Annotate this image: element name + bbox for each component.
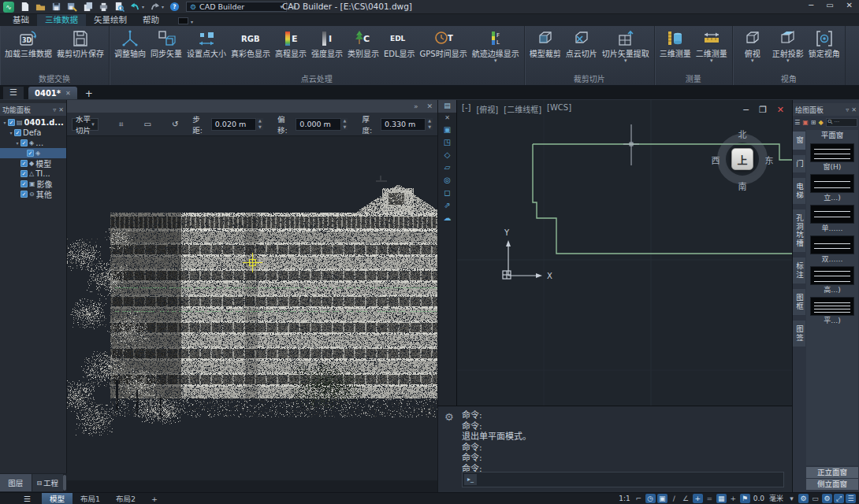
tree-item-0[interactable]: ▾✓▤0401.d... <box>0 117 66 128</box>
spin-up-icon[interactable]: ▲ <box>426 118 433 124</box>
ribbon-button[interactable]: EDLEDL显示 <box>381 28 418 64</box>
ortho-icon[interactable]: ∕ <box>669 494 679 503</box>
ribbon-button[interactable]: RGB真彩色显示 <box>229 28 273 64</box>
hamburger-menu-icon[interactable]: ☰ <box>3 87 24 99</box>
block-item-3[interactable]: 双…… <box>806 235 858 264</box>
copy-icon[interactable] <box>82 2 93 13</box>
compass-west[interactable]: 西 <box>710 154 721 166</box>
tree-expand-icon[interactable] <box>14 181 20 187</box>
minimize-button[interactable]: ─ <box>809 1 813 9</box>
workspace-combobox[interactable]: ⚙ CAD Builder ▾ <box>186 2 287 12</box>
annotation-flag-icon[interactable]: ⚑ <box>740 494 750 503</box>
category-tab-0[interactable]: 窗 <box>793 132 805 150</box>
panel-tab-0[interactable]: 图层 <box>0 474 32 491</box>
ribbon-button[interactable]: 点云切片 <box>563 28 600 64</box>
precision-display[interactable]: 0.0 <box>752 494 766 503</box>
slice-mode-dropdown[interactable]: 水平切片 ▾ <box>72 118 99 131</box>
checkbox[interactable]: ✓ <box>20 180 28 187</box>
close-strip-icon[interactable]: ✕ <box>426 102 433 110</box>
viewport-minimize-button[interactable]: ─ <box>743 105 749 115</box>
category-tab-3[interactable]: 孔洞坑槽 <box>793 209 805 252</box>
tree-item-3[interactable]: ✓◈ <box>0 148 66 158</box>
close-panel-icon[interactable]: ✕ <box>58 106 64 113</box>
menu-tab-0[interactable]: 基础 <box>5 14 37 26</box>
command-input[interactable] <box>480 474 783 486</box>
clip-box-icon[interactable]: ▣ <box>438 124 456 136</box>
slice-field-value[interactable]: 0.020 m <box>211 118 256 131</box>
pin-icon[interactable]: ▿ <box>846 106 849 113</box>
category-tab-1[interactable]: 门 <box>793 155 805 173</box>
document-tab[interactable]: 0401* ✕ <box>28 87 77 99</box>
category-tab-4[interactable]: 标注 <box>793 258 805 284</box>
ribbon-button[interactable]: 裁剪切片保存 <box>54 28 106 64</box>
menu-tab-1[interactable]: 三维数据 <box>37 14 86 26</box>
spinner[interactable]: ▲▼ <box>426 118 433 131</box>
view-window-button-1[interactable]: 侧立面窗 <box>806 479 858 490</box>
close-panel-icon[interactable]: ✕ <box>851 106 857 113</box>
help-icon[interactable]: ? <box>169 2 180 13</box>
viewport-header-item-2[interactable]: [二维线框] <box>504 103 541 115</box>
edit-plane-icon[interactable]: ▱ <box>438 161 456 174</box>
undo-icon[interactable] <box>129 2 140 13</box>
ribbon-button[interactable]: E高程显示 <box>273 28 309 64</box>
tree-expand-icon[interactable] <box>20 150 27 156</box>
redo-icon[interactable] <box>149 2 160 13</box>
point-cloud-viewport[interactable]: » ✕ 水平切片 ▾ ⌗ ▭ ↺ 步距:0.020 m▲▼偏移:0.000 m▲… <box>67 100 437 480</box>
unit-label[interactable]: 毫米 <box>768 494 785 503</box>
rotate-icon[interactable]: ↺ <box>172 120 178 128</box>
block-item-0[interactable]: 窗(H) <box>806 143 858 172</box>
history-icon[interactable]: ◷ <box>645 494 656 503</box>
spin-up-icon[interactable]: ▲ <box>257 118 263 124</box>
open-file-icon[interactable] <box>35 2 46 13</box>
grid-icon[interactable]: ▣ <box>657 494 667 503</box>
tree-item-5[interactable]: ✓△TI... <box>0 169 66 179</box>
compass-south[interactable]: 南 <box>737 180 748 192</box>
settings-gear-icon[interactable]: ⚙ <box>822 494 832 503</box>
ribbon-button[interactable]: 切片矢量提取▾ <box>600 28 652 64</box>
slice-field-value[interactable]: 0.000 m <box>296 118 340 131</box>
spin-down-icon[interactable]: ▼ <box>426 124 433 130</box>
tree-item-1[interactable]: ▾✓Defa <box>0 128 66 138</box>
save-icon[interactable] <box>50 2 61 13</box>
spin-up-icon[interactable]: ▲ <box>342 118 348 124</box>
checkbox[interactable]: ✓ <box>14 129 21 136</box>
panel-tab-1[interactable]: ⊟工程 <box>32 474 64 491</box>
pick-center-icon[interactable]: ◎ <box>438 174 456 187</box>
rect-select-icon[interactable]: ▭ <box>144 120 151 128</box>
ribbon-button[interactable]: 二维测量▾ <box>694 28 730 64</box>
favorite-icon[interactable]: ◆ <box>818 119 823 126</box>
doc-edit-icon[interactable]: ▤ <box>438 100 456 113</box>
snap-grid-icon[interactable]: ▦ <box>716 494 727 503</box>
viewport-header-item-0[interactable]: [-] <box>462 103 470 115</box>
checkbox[interactable]: ✓ <box>27 150 34 157</box>
layout-tab-0[interactable]: 模型 <box>42 493 73 504</box>
expand-icon[interactable]: » <box>414 102 418 110</box>
category-tab-5[interactable]: 图框 <box>793 289 805 315</box>
tree-item-6[interactable]: ✓▣影像 <box>0 179 66 189</box>
checkbox[interactable]: ✓ <box>20 170 28 177</box>
mini-toolbar-dropdown-icon[interactable]: ▾ <box>191 19 193 24</box>
compass-north[interactable]: 北 <box>737 128 748 140</box>
tree-expand-icon[interactable] <box>14 191 20 197</box>
spin-down-icon[interactable]: ▼ <box>342 124 348 130</box>
ribbon-button[interactable]: 调整轴向 <box>112 28 148 64</box>
menu-icon[interactable]: ☰ <box>794 119 800 126</box>
section-box-icon[interactable]: ◳ <box>438 136 456 149</box>
spinner[interactable]: ▲▼ <box>257 118 263 131</box>
mini-toolbar-icon[interactable] <box>178 17 188 24</box>
close-button[interactable]: ✕ <box>846 1 853 9</box>
ribbon-button[interactable]: 设置点大小 <box>184 28 229 64</box>
search-box[interactable]: ⚲ ··· <box>826 118 857 127</box>
grid-view-icon[interactable]: ⊞ <box>811 119 816 126</box>
tree-expand-icon[interactable]: ▾ <box>14 140 20 146</box>
category-tab-2[interactable]: 电梯 <box>793 178 805 204</box>
menu-tab-2[interactable]: 矢量绘制 <box>86 14 135 26</box>
new-file-icon[interactable] <box>19 2 30 13</box>
menu-list-icon[interactable]: ☰ <box>846 494 856 503</box>
slice-field-value[interactable]: 0.330 m <box>381 118 426 131</box>
tree-expand-icon[interactable] <box>14 171 20 176</box>
viewport-close-button[interactable]: ✕ <box>777 105 784 115</box>
block-item-2[interactable]: 单…… <box>806 205 858 233</box>
add-tab-button[interactable]: + <box>85 88 93 99</box>
equal-spacing-icon[interactable]: = <box>705 494 715 503</box>
